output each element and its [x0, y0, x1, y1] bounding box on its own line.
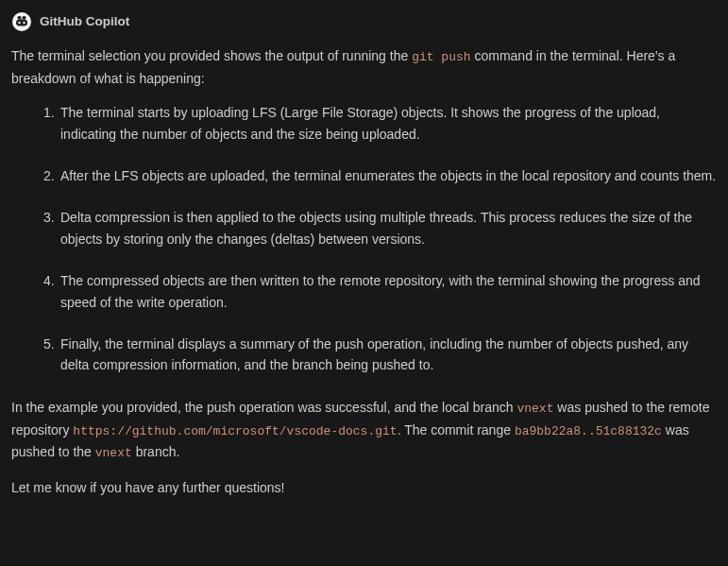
svg-rect-5 [23, 16, 26, 20]
chat-agent-name: GitHub Copilot [40, 11, 129, 32]
intro-paragraph: The terminal selection you provided show… [11, 45, 717, 89]
svg-rect-4 [18, 16, 22, 20]
list-item: Delta compression is then applied to the… [60, 207, 717, 249]
inline-code: ba9bb22a8..51c88132c [515, 424, 662, 438]
inline-code: https://github.com/microsoft/vscode-docs… [73, 424, 397, 438]
inline-code: vnext [95, 446, 132, 460]
inline-code: git push [412, 50, 470, 64]
list-item: The terminal starts by uploading LFS (La… [60, 102, 717, 145]
svg-rect-1 [16, 20, 27, 26]
list-item: Finally, the terminal displays a summary… [60, 334, 717, 376]
list-item: After the LFS objects are uploaded, the … [60, 165, 717, 186]
chat-message-body: The terminal selection you provided show… [11, 45, 717, 498]
chat-message-header: GitHub Copilot [11, 11, 717, 32]
closing-paragraph: Let me know if you have any further ques… [11, 477, 717, 498]
copilot-icon [11, 11, 32, 32]
svg-point-3 [23, 22, 25, 24]
inline-code: vnext [516, 402, 553, 416]
explanation-list: The terminal starts by uploading LFS (La… [11, 102, 717, 376]
list-item: The compressed objects are then written … [60, 270, 717, 313]
outro-paragraph: In the example you provided, the push op… [11, 397, 717, 464]
svg-point-2 [18, 22, 20, 24]
